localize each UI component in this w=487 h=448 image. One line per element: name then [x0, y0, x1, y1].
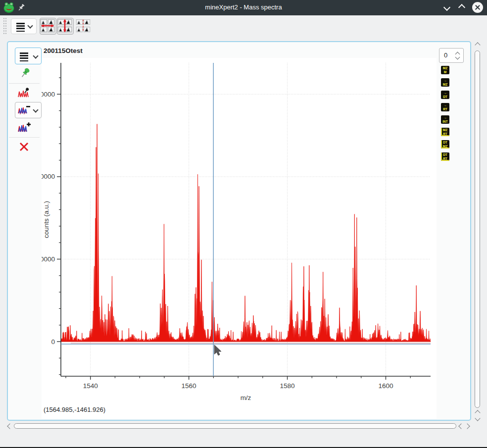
close-button[interactable]: [472, 2, 483, 13]
svg-text:1600: 1600: [378, 382, 393, 390]
slice-vertical-icon: [76, 18, 91, 33]
rt-arrow-icon[interactable]: →RT: [441, 103, 449, 111]
expand-intensity-icon: [57, 18, 72, 33]
horizontal-scrollbar[interactable]: [7, 422, 470, 430]
scan-index-spinbox[interactable]: 0: [439, 48, 464, 63]
mz-arrow-icon[interactable]: →MZ: [441, 78, 449, 87]
scroll-down-icon[interactable]: [475, 415, 480, 421]
dt-arrow-icon[interactable]: →DT: [441, 91, 449, 99]
slice-vertical-button[interactable]: [75, 18, 92, 35]
svg-text:1560: 1560: [182, 382, 196, 390]
scroll-left-icon[interactable]: [7, 423, 12, 429]
titlebar: mineXpert2 - Mass spectra: [0, 0, 487, 15]
mz-rt-axes-icon[interactable]: MZRT: [441, 128, 449, 136]
vertical-scrollbar[interactable]: [473, 42, 482, 422]
window-title: mineXpert2 - Mass spectra: [0, 3, 487, 11]
separator: [9, 83, 40, 84]
horizontal-scrollbar-thumb[interactable]: [14, 423, 456, 429]
trace-marker-button[interactable]: [18, 87, 31, 99]
plot-widget: 1540156015801600050000100000150000m/zcou…: [42, 58, 437, 419]
svg-text:1580: 1580: [280, 382, 295, 390]
close-trace-button[interactable]: [19, 142, 29, 152]
chevron-down-icon: [27, 23, 33, 28]
cursor-coordinates: (1564.985,-1461.926): [44, 406, 105, 413]
expand-intensity-range-button[interactable]: [57, 18, 74, 35]
scroll-right-icon[interactable]: [464, 423, 470, 429]
minimize-button[interactable]: [444, 4, 451, 11]
svg-text:50000: 50000: [42, 255, 55, 263]
trace-subtract-icon: [18, 105, 31, 115]
int-arrow-icon[interactable]: →INT: [441, 115, 449, 124]
trace-add-button[interactable]: [18, 122, 31, 133]
chevron-down-icon: [33, 53, 38, 58]
mouse-cursor-icon: [214, 345, 221, 355]
maximize-button[interactable]: [459, 4, 466, 11]
toolbar-drag-handle[interactable]: [3, 17, 7, 34]
mass-spectrum-plot[interactable]: 1540156015801600050000100000150000m/zcou…: [42, 58, 437, 404]
svg-text:counts (a.u.): counts (a.u.): [43, 201, 50, 238]
scroll-left-icon[interactable]: [458, 423, 464, 429]
chevron-down-icon: [33, 107, 38, 112]
scroll-up-icon[interactable]: [475, 410, 480, 415]
spinbox-value: 0: [444, 51, 447, 59]
pin-trace-button[interactable]: [20, 67, 31, 79]
svg-text:1540: 1540: [83, 382, 98, 390]
expand-mz-range-button[interactable]: [40, 18, 56, 35]
separator: [9, 137, 40, 138]
svg-text:m/z: m/z: [241, 394, 251, 401]
scroll-up-icon[interactable]: [475, 42, 480, 48]
mz-to-mono-icon[interactable]: MZM: [441, 66, 449, 74]
spin-down-icon[interactable]: [455, 55, 460, 60]
axis-shortcut-icons: MZM→MZ→DT→RT→INTMZRTDTMZDTRT: [441, 66, 451, 165]
svg-text:150000: 150000: [42, 91, 55, 98]
panel-menu-button[interactable]: [15, 48, 42, 64]
svg-text:100000: 100000: [42, 173, 55, 180]
main-toolbar: [0, 15, 487, 36]
hamburger-icon: [20, 52, 28, 59]
minexpert2-window: mineXpert2 - Mass spectra: [0, 0, 487, 448]
toolbar-menu-button[interactable]: [11, 18, 37, 34]
dt-mz-axes-icon[interactable]: DTMZ: [441, 140, 449, 149]
expand-mz-icon: [40, 18, 55, 33]
trace-title: 200115Otest: [44, 47, 83, 54]
svg-text:0: 0: [51, 338, 55, 346]
dt-rt-axes-icon[interactable]: DTRT: [441, 152, 449, 161]
vertical-scrollbar-thumb[interactable]: [475, 50, 480, 408]
trace-subtract-combo[interactable]: [15, 102, 42, 118]
hamburger-icon: [16, 23, 25, 29]
